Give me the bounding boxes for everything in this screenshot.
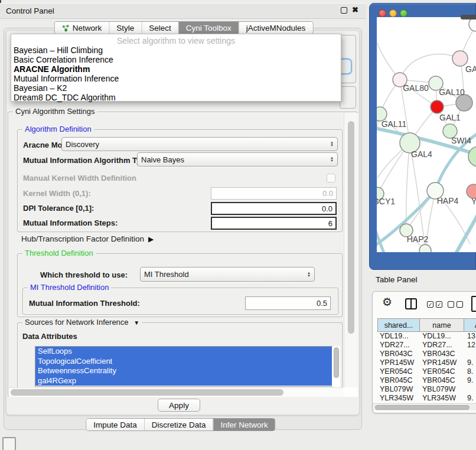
network-view[interactable]: GALGAL80GAL10GAL1GAL11SWI4GAL4GCY1HAP4YH…	[377, 17, 476, 252]
zoom-traffic-light-icon[interactable]	[400, 9, 407, 17]
list-scrollbar-thumb[interactable]	[334, 347, 339, 378]
table-row[interactable]: YPR145W YPR145W 9.	[377, 358, 476, 367]
mi-type-label: Mutual Information Algorithm Type:	[23, 156, 152, 165]
table-hscrollbar[interactable]	[373, 403, 476, 410]
tab-jactivemnodules[interactable]: jActiveMNodules	[239, 22, 313, 34]
attribute-item-selected[interactable]: gal4RGexp	[35, 376, 332, 386]
table-function-icon[interactable]	[471, 296, 476, 312]
table-body: YDL19... YDL19... 13 YDR27... YDR27... 1…	[377, 332, 476, 403]
cell-shared-name: YBR043C	[377, 350, 420, 358]
cell-value: 12	[465, 341, 476, 349]
table-row[interactable]: YBR043C YBR043C	[377, 350, 476, 358]
expanded-triangle-icon: ▼	[133, 319, 139, 326]
table-row[interactable]: YLR345W YLR345W 9.	[377, 393, 476, 402]
attribute-item-selected[interactable]: TopologicalCoefficient	[35, 357, 332, 367]
cell-shared-name: YLR345W	[377, 394, 420, 402]
mi-type-select[interactable]: Naive Bayes ▲▼	[137, 152, 338, 167]
mi-steps-input[interactable]: 6	[211, 217, 337, 230]
network-node-label: GAL4	[411, 149, 432, 159]
sources-title[interactable]: Sources for Network Inference ▼	[22, 318, 142, 327]
panel-corner-button[interactable]	[2, 437, 16, 450]
tab-select[interactable]: Select	[142, 22, 179, 34]
mi-threshold-input[interactable]: 0.5	[245, 296, 331, 310]
settings-vscrollbar[interactable]	[344, 113, 358, 387]
network-node-label: GAL11	[382, 119, 407, 129]
table-row[interactable]: YER054C YER054C 8.	[377, 367, 476, 376]
network-node[interactable]	[419, 244, 431, 252]
dropdown-item[interactable]: Bayesian – Hill Climbing	[11, 45, 341, 55]
cell-name: YBL079W	[420, 385, 465, 393]
apply-button[interactable]: Apply	[158, 399, 200, 412]
network-node-label: HAP4	[437, 196, 459, 206]
network-node[interactable]	[468, 146, 476, 167]
attribute-item-selected[interactable]: SelfLoops	[35, 347, 332, 357]
table-row[interactable]: YBL079W YBL079W	[377, 384, 476, 393]
kernel-width-input[interactable]: 0.0	[211, 187, 337, 200]
float-window-icon[interactable]	[341, 7, 347, 14]
tab-infer-network[interactable]: Infer Network	[213, 419, 275, 431]
network-canvas[interactable]: GALGAL80GAL10GAL1GAL11SWI4GAL4GCY1HAP4YH…	[377, 17, 476, 252]
cell-name: YBR043C	[420, 350, 465, 358]
close-traffic-light-icon[interactable]	[379, 9, 386, 17]
tab-network-label: Network	[73, 24, 102, 32]
cell-shared-name: YDL19...	[377, 332, 420, 340]
table-hscrollbar-thumb[interactable]	[375, 405, 470, 410]
dropdown-item[interactable]: Basic Correlation Inference	[11, 55, 341, 64]
hub-definition-toggle[interactable]: Hub/Transcription Factor Definition▶	[21, 234, 154, 243]
control-panel-tabs: Network Style Select Cyni Toolbox jActiv…	[54, 21, 314, 34]
column-header-shared-name[interactable]: shared...	[377, 318, 420, 332]
tab-style-label: Style	[116, 24, 134, 32]
gear-icon[interactable]: ⚙	[382, 295, 392, 309]
table-row[interactable]: YDL19... YDL19... 13	[377, 332, 476, 341]
network-node-label: GAL	[465, 64, 476, 74]
network-node-label: GAL80	[403, 83, 429, 93]
column-header-name[interactable]: name	[419, 318, 464, 332]
tab-style[interactable]: Style	[109, 22, 142, 34]
select-all-checks-icon[interactable]: ✓ ✓	[427, 301, 442, 308]
cell-name: YBR045C	[420, 376, 465, 384]
covered-groupbox-fragment-2	[340, 86, 356, 109]
column-header-partial[interactable]: A	[464, 318, 476, 332]
network-edge[interactable]	[377, 114, 380, 194]
dpi-tolerance-value: 0.0	[322, 204, 332, 213]
collapsed-triangle-icon: ▶	[148, 235, 154, 243]
table-row[interactable]: YBR045C YBR045C 9.	[377, 376, 476, 384]
tab-cyni-toolbox[interactable]: Cyni Toolbox	[179, 22, 239, 34]
attribute-item-selected[interactable]: BetweennessCentrality	[35, 366, 332, 376]
cell-name: YDR27...	[420, 341, 465, 349]
which-threshold-select[interactable]: MI Threshold ▲▼	[140, 267, 315, 282]
cyni-algorithm-settings-group: Cyni Algorithm Settings Algorithm Defini…	[8, 112, 358, 397]
dropdown-item[interactable]: Bayesian – K2	[11, 83, 341, 93]
deselect-all-checks-icon[interactable]	[448, 301, 463, 308]
table-row[interactable]: YDR27... YDR27... 12	[377, 341, 476, 350]
tab-impute-data[interactable]: Impute Data	[86, 419, 145, 431]
dropdown-item-selected[interactable]: ARACNE Algorithm	[11, 64, 341, 74]
tab-jactivemnodules-label: jActiveMNodules	[246, 24, 306, 32]
dpi-tolerance-input[interactable]: 0.0	[211, 202, 337, 215]
threshold-definition-title: Threshold Definition	[22, 249, 96, 257]
dropdown-item[interactable]: Mutual Information Inference	[11, 74, 341, 83]
close-icon[interactable]: ✖	[352, 5, 358, 14]
cell-value: 8.	[465, 367, 476, 376]
dropdown-item[interactable]: Dream8 DC_TDC Algorithm	[11, 93, 341, 102]
list-scrollbar[interactable]	[332, 346, 340, 387]
settings-hscrollbar[interactable]	[9, 387, 344, 397]
network-edge[interactable]	[400, 54, 460, 80]
cell-shared-name: YBR045C	[377, 376, 420, 384]
kernel-width-label: Kernel Width (0,1):	[23, 189, 91, 198]
settings-vscrollbar-thumb[interactable]	[348, 121, 354, 334]
network-node[interactable]	[431, 100, 444, 113]
mi-steps-value: 6	[328, 219, 332, 228]
columns-icon[interactable]	[405, 298, 417, 309]
aracne-mode-select[interactable]: Discovery ▲▼	[61, 137, 338, 151]
settings-hscrollbar-thumb[interactable]	[11, 389, 283, 396]
network-edge[interactable]	[455, 210, 476, 252]
network-node[interactable]	[456, 94, 472, 111]
table-panel: ⚙ ✓ ✓ shared... name A YDL19... YDL19...…	[372, 291, 476, 413]
manual-kernel-checkbox[interactable]	[327, 174, 335, 182]
tab-network[interactable]: Network	[55, 22, 110, 34]
tab-discretize-data[interactable]: Discretize Data	[145, 419, 214, 431]
combo-arrows-icon: ▲▼	[307, 272, 311, 278]
minimize-traffic-light-icon[interactable]	[389, 9, 397, 17]
tab-select-label: Select	[149, 24, 171, 32]
